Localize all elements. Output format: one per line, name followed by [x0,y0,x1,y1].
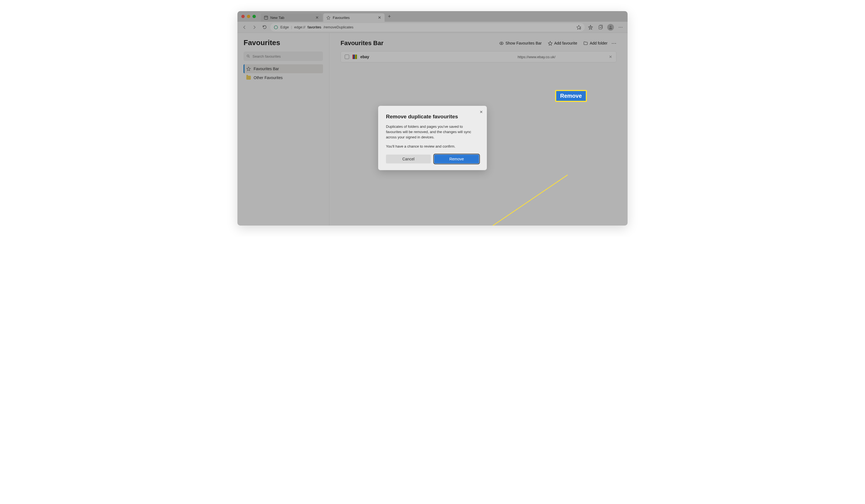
close-window-button[interactable] [241,15,245,18]
search-icon [246,54,250,58]
action-label: Show Favourites Bar [506,41,542,45]
star-plus-icon [548,41,553,46]
callout-label: Remove [555,90,587,102]
favourites-hub-icon[interactable] [586,23,595,32]
avatar-icon [607,24,614,31]
svg-rect-0 [264,16,267,19]
new-tab-button[interactable]: + [386,14,393,20]
remove-duplicates-dialog: ✕ Remove duplicate favourites Duplicates… [378,106,487,170]
close-tab-icon[interactable]: ✕ [315,15,319,20]
address-bold: favorites [308,25,321,29]
star-icon [246,67,251,71]
tab-strip: New Tab ✕ Favourites ✕ + [238,11,627,22]
profile-button[interactable] [607,23,615,32]
main-header: Favourites Bar Show Favourites Bar Add f… [341,39,616,47]
dialog-close-icon[interactable]: ✕ [480,110,483,114]
sidebar-item-label: Other Favourites [254,75,282,80]
search-placeholder: Search favourites [253,54,281,58]
maximize-window-button[interactable] [253,15,256,18]
dialog-title: Remove duplicate favourites [386,114,479,120]
main-title: Favourites Bar [341,39,383,47]
sidebar-title: Favourites [244,38,323,47]
favourite-row[interactable]: ebay https://www.ebay.co.uk/ ✕ [341,51,616,62]
svg-point-10 [501,43,502,44]
show-favourites-bar-button[interactable]: Show Favourites Bar [499,41,542,46]
sidebar-item-other-favourites[interactable]: Other Favourites [244,73,323,82]
tab-new-tab[interactable]: New Tab ✕ [261,13,322,22]
browser-window: New Tab ✕ Favourites ✕ + Edge | e [238,11,627,225]
sidebar-item-label: Favourites Bar [254,67,279,71]
minimize-window-button[interactable] [247,15,250,18]
checkbox[interactable] [345,55,349,59]
svg-point-2 [274,26,278,29]
dialog-button-row: Cancel Remove [386,154,479,163]
sidebar: Favourites Search favourites Favourites … [238,33,330,225]
add-favourite-button[interactable]: Add favourite [548,41,577,46]
window-controls [241,15,256,18]
delete-favourite-icon[interactable]: ✕ [609,55,612,59]
cancel-button[interactable]: Cancel [386,154,431,163]
folder-icon [246,76,251,80]
action-label: Add favourite [554,41,577,45]
ebay-favicon-icon [353,55,357,59]
favourite-url: https://www.ebay.co.uk/ [518,55,555,59]
refresh-button[interactable] [260,23,269,32]
tab-label: New Tab [270,15,284,20]
address-suffix: /removeDuplicates [324,25,354,29]
favourite-name: ebay [360,55,369,59]
toolbar: Edge | edge://favorites/removeDuplicates… [238,22,627,33]
more-actions-button[interactable]: ⋯ [611,40,616,46]
eye-icon [499,41,504,46]
svg-point-7 [610,26,611,27]
star-icon [326,15,331,20]
action-label: Add folder [590,41,608,45]
more-menu-button[interactable]: ⋯ [616,23,625,32]
dialog-text-2: You'll have a chance to review and confi… [386,144,479,149]
tab-favourites[interactable]: Favourites ✕ [323,13,384,22]
close-tab-icon[interactable]: ✕ [377,15,382,20]
dialog-text-1: Duplicates of folders and pages you've s… [386,124,479,140]
back-button[interactable] [240,23,249,32]
address-prefix: edge:// [294,25,305,29]
remove-button[interactable]: Remove [434,154,479,163]
collections-icon[interactable] [596,23,605,32]
sidebar-item-favourites-bar[interactable]: Favourites Bar [244,64,323,73]
star-add-icon[interactable] [576,25,581,30]
tab-label: Favourites [333,15,350,20]
edge-logo-icon [274,25,278,30]
svg-line-9 [249,57,250,58]
forward-button[interactable] [250,23,258,32]
svg-point-8 [247,55,249,57]
folder-plus-icon [583,41,588,46]
annotation-callout: Remove [555,90,587,102]
address-scheme: Edge [280,25,289,29]
tab-page-icon [264,15,268,20]
add-folder-button[interactable]: Add folder [583,41,608,46]
search-favourites-input[interactable]: Search favourites [244,51,323,61]
address-bar[interactable]: Edge | edge://favorites/removeDuplicates [270,23,585,32]
